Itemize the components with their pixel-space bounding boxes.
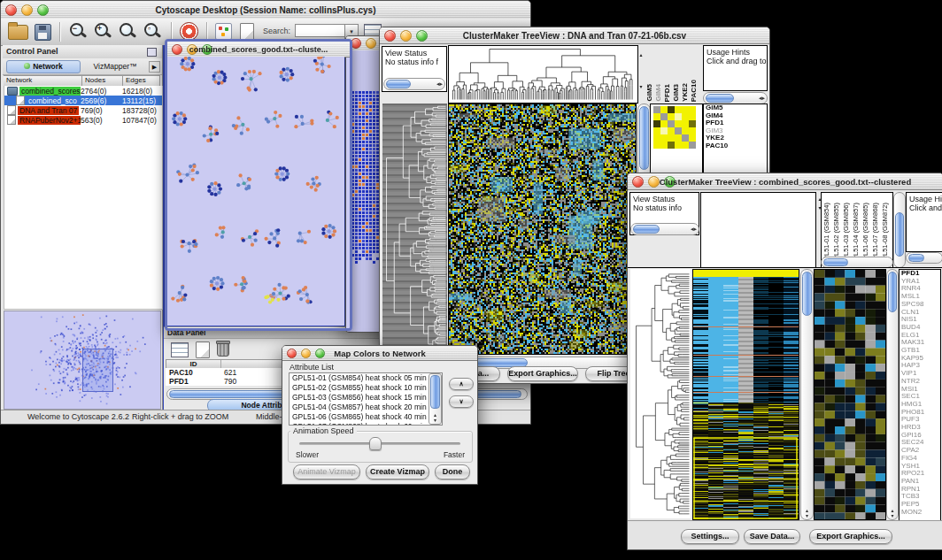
network-file-icon — [7, 105, 16, 115]
row-dendrogram[interactable] — [630, 269, 691, 518]
faster-label: Faster — [444, 450, 465, 459]
float-panel-icon[interactable] — [147, 48, 157, 57]
column-dendrogram-panel[interactable] — [700, 192, 816, 268]
zoom-vscrollbar[interactable]: ▴▾ — [886, 269, 899, 520]
attribute-list-vscrollbar[interactable]: ▴▾ — [429, 373, 442, 425]
done-button[interactable]: Done — [435, 464, 470, 479]
usage-hints-text: Click and drag to — [704, 57, 767, 65]
attribute-item[interactable]: GPL51-04 (GSM857) heat shock 20 min — [290, 403, 442, 412]
treeview2-button-bar: Settings... Save Data... Export Graphics… — [628, 520, 942, 550]
attribute-item[interactable]: GPL51-02 (GSM855) heat shock 10 min — [290, 383, 442, 393]
network-list-row[interactable]: combined_scores 2764(0) 16218(0) — [4, 86, 162, 96]
network-nodes-count: 769(0) — [81, 106, 122, 115]
view-status-text: No status info f — [382, 58, 446, 66]
select-attributes-icon[interactable] — [171, 342, 189, 357]
column-dendrogram-panel[interactable] — [448, 45, 638, 104]
control-panel-title: Control Panel — [6, 47, 58, 56]
save-session-icon[interactable] — [35, 24, 51, 41]
scroll-up-icon[interactable]: ▴ — [637, 52, 645, 58]
dialog-titlebar[interactable]: Map Colors to Network — [282, 346, 477, 361]
view-status-title: View Status — [630, 193, 699, 203]
grid-network-view[interactable] — [348, 52, 382, 293]
control-panel: Control Panel Network VizMapper™ ▶ Netwo… — [3, 45, 163, 410]
zoom-in-icon[interactable]: + — [93, 22, 111, 40]
treeview2-title: ClusterMaker TreeView : combined_scores_… — [628, 177, 942, 187]
network-name: combined_sco — [27, 96, 79, 105]
view-status-hscrollbar[interactable]: ◂▸ — [383, 78, 445, 90]
help-lifering-icon[interactable] — [180, 22, 198, 41]
row-label[interactable]: PAC10 — [704, 142, 767, 150]
cluster-matrix[interactable] — [653, 106, 696, 149]
treeview1-titlebar[interactable]: ClusterMaker TreeView : DNA and Tran 07-… — [380, 27, 769, 44]
export-graphics-button[interactable]: Export Graphics... — [809, 529, 892, 544]
delete-attribute-icon[interactable] — [217, 342, 229, 357]
slower-label: Slower — [296, 450, 319, 459]
network-list-row[interactable]: RNAPuberNov2+1 563(0) 107847(0) — [4, 115, 162, 125]
animate-vizmap-button[interactable]: Animate Vizmap — [293, 464, 360, 479]
save-data-button[interactable]: Save Data... — [744, 529, 800, 544]
network-edges-count: 13112(15) — [122, 96, 162, 105]
col-edges: Edges — [122, 76, 159, 86]
column-label[interactable]: GIM5 — [645, 84, 654, 102]
attribute-item[interactable]: GPL51-01 (GSM854) heat shock 05 min — [290, 373, 442, 383]
export-graphics-button[interactable]: Export Graphics... — [507, 366, 578, 381]
heatmap-zoom-view[interactable] — [814, 269, 886, 520]
settings-button[interactable]: Settings... — [681, 529, 739, 544]
network-edges-count: 107847(0) — [122, 116, 162, 125]
usage-hints-hscrollbar[interactable]: ◂▸ — [703, 92, 768, 104]
move-up-button[interactable]: ∧ — [449, 378, 474, 390]
column-labels-vscrollbar[interactable] — [893, 192, 906, 268]
network-name: RNAPuberNov2+1 — [18, 116, 81, 125]
network-view-titlebar[interactable]: combined_scores_good.txt--cluste... — [167, 42, 350, 58]
scroll-down-icon[interactable]: ▾ — [637, 84, 645, 89]
network-file-icon — [16, 96, 25, 105]
move-down-button[interactable]: ∨ — [449, 395, 474, 408]
network-file-icon — [7, 115, 16, 125]
open-session-icon[interactable] — [8, 25, 28, 40]
heatmap-global-view[interactable] — [448, 104, 637, 355]
network-list-row[interactable]: DNA and Tran 07 769(0) 183728(0) — [4, 105, 162, 115]
search-input[interactable] — [295, 24, 346, 37]
annotation-icon[interactable] — [240, 23, 254, 40]
minimize-icon[interactable] — [366, 38, 376, 49]
vizmap-nodes-icon[interactable] — [215, 23, 232, 40]
network-file-icon — [7, 87, 18, 96]
map-colors-dialog: Map Colors to Network Attribute List GPL… — [282, 345, 478, 485]
column-label[interactable]: PFD1 — [663, 84, 672, 102]
status-pan-hint: Middle- — [256, 412, 282, 421]
speed-slider-thumb[interactable] — [369, 437, 382, 450]
network-name: combined_scores — [19, 87, 81, 96]
zoom-fit-icon[interactable] — [118, 22, 135, 40]
column-label[interactable]: YKE2 — [681, 83, 690, 102]
usage-hints-title: Usage Hints — [907, 193, 942, 203]
usage-hints-hscrollbar[interactable] — [906, 252, 942, 264]
create-vizmap-button[interactable]: Create Vizmap — [366, 464, 429, 479]
column-label[interactable]: GIM3 — [672, 84, 681, 102]
column-label[interactable]: PAC10 — [690, 80, 699, 102]
birdseye-overview[interactable] — [4, 311, 161, 410]
heatmap-global-view[interactable] — [692, 269, 799, 520]
view-status-hscrollbar[interactable]: ◂▸ — [630, 223, 699, 235]
zoom-selected-icon[interactable]: ▫ — [143, 22, 160, 40]
col-network: Network — [4, 76, 81, 86]
attribute-item[interactable]: GPL51-03 (GSM856) heat shock 15 min — [290, 393, 442, 403]
gene-label[interactable]: MON2 — [900, 509, 940, 517]
attribute-item[interactable]: GPL51-07 (GSM868) heat shock 60 min — [290, 422, 442, 426]
main-titlebar[interactable]: Cytoscape Desktop (Session Name: collins… — [1, 1, 530, 19]
search-label: Search: — [263, 27, 290, 35]
column-label[interactable]: GIM4 — [654, 84, 663, 102]
treeview2-titlebar[interactable]: ClusterMaker TreeView : combined_scores_… — [628, 173, 942, 190]
network-list-row[interactable]: combined_sco 2569(6) 13112(15) — [4, 96, 162, 105]
attribute-item[interactable]: GPL51-06 (GSM865) heat shock 40 min — [290, 412, 442, 422]
new-attribute-icon[interactable] — [196, 341, 210, 358]
heatmap-vscrollbar[interactable]: ▴▾ — [800, 269, 814, 520]
network-nodes-count: 2764(0) — [81, 87, 122, 96]
gene-labels-panel: PFD1YRA1RNR4MSL1SPC98CLN1NIS1BUD4ELG1MAK… — [899, 269, 941, 522]
zoom-out-icon[interactable]: − — [68, 22, 86, 40]
network-graph-view[interactable] — [167, 57, 344, 326]
attribute-list-label: Attribute List — [290, 363, 334, 372]
row-dendrogram[interactable] — [382, 104, 447, 353]
tab-vizmapper[interactable]: VizMapper™ — [82, 60, 148, 73]
tab-overflow-arrow-icon[interactable]: ▶ — [149, 61, 160, 73]
tab-network[interactable]: Network — [6, 60, 81, 73]
